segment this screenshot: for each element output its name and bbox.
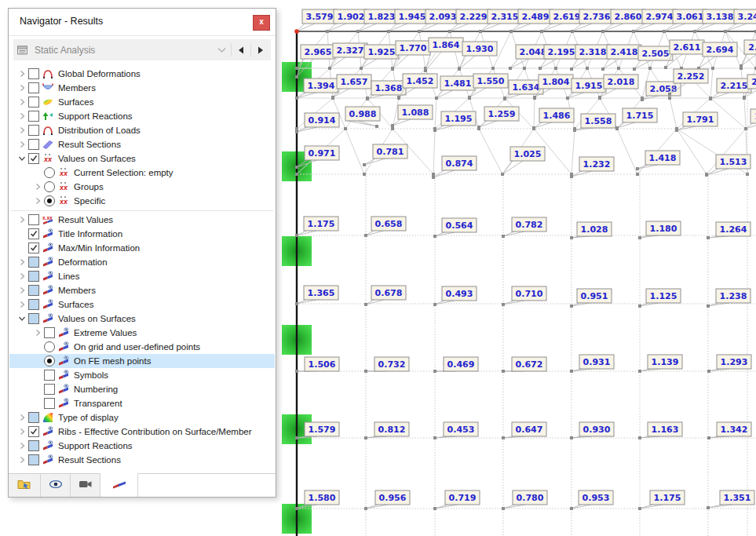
tree-item-global-deformations[interactable]: Global Deformations — [9, 67, 275, 81]
tree-item-label: Max/Min Information — [58, 243, 140, 253]
fe-node-dot — [601, 30, 604, 33]
checkbox-unchecked[interactable] — [28, 82, 39, 93]
navigator-tab-visibility-eye[interactable] — [41, 473, 71, 497]
close-button[interactable]: x — [253, 15, 270, 31]
tree-item-distribution-of-loads[interactable]: Distribution of Loads — [9, 123, 275, 137]
checkbox-unchecked[interactable] — [28, 68, 39, 79]
tree-item-type-of-display[interactable]: Type of display — [9, 410, 275, 425]
checkbox-unchecked[interactable] — [28, 97, 39, 108]
checkbox-unchecked[interactable] — [28, 111, 39, 122]
collapse-arrow-icon[interactable] — [15, 153, 28, 164]
expand-arrow-icon[interactable] — [31, 181, 44, 192]
checkbox-unchecked[interactable] — [28, 125, 39, 136]
radio-button-off[interactable] — [44, 341, 55, 352]
expand-arrow-icon[interactable] — [15, 285, 28, 296]
checkbox-unchecked[interactable] — [28, 139, 39, 150]
expand-arrow-icon[interactable] — [15, 299, 28, 310]
tree-item-transparent[interactable]: Transparent — [9, 396, 275, 410]
chevron-down-icon[interactable] — [214, 42, 228, 58]
previous-case-button[interactable] — [234, 42, 248, 58]
checkbox-partial[interactable] — [28, 440, 39, 451]
panel-titlebar[interactable]: Navigator - Results x — [9, 9, 276, 36]
tree-item-extreme-values[interactable]: Extreme Values — [9, 326, 275, 340]
tree-item-lines[interactable]: Lines — [9, 269, 275, 283]
tree-item-surfaces[interactable]: Surfaces — [9, 297, 275, 312]
radio-button-off[interactable] — [44, 167, 55, 178]
checkbox-partial[interactable] — [28, 271, 39, 282]
expand-arrow-icon[interactable] — [15, 426, 28, 437]
tree-item-members[interactable]: Members — [9, 283, 275, 297]
mesh-value-label: 0.914 — [309, 115, 336, 126]
tree-item-on-grid-and-user-defined-points[interactable]: On grid and user-defined points — [9, 340, 275, 354]
radio-button-off[interactable] — [44, 181, 55, 192]
checkbox-unchecked[interactable] — [44, 327, 55, 338]
navigator-tab-panel-manager[interactable] — [9, 473, 41, 497]
mesh-value-label: 1.088 — [402, 108, 429, 118]
tree-item-max-min-information[interactable]: Max/Min Information — [9, 241, 275, 255]
expand-arrow-icon[interactable] — [15, 271, 28, 282]
expand-arrow-icon[interactable] — [15, 454, 28, 465]
radio-button-on[interactable] — [44, 195, 55, 206]
tree-item-support-reactions[interactable]: Support Reactions — [9, 439, 275, 453]
checkbox-partial[interactable] — [28, 299, 39, 310]
expand-arrow-icon[interactable] — [15, 214, 28, 225]
tree-item-on-fe-mesh-points[interactable]: On FE mesh points — [9, 354, 275, 368]
tree-item-title-information[interactable]: Title Information — [9, 227, 275, 241]
value-leader-line — [436, 90, 453, 98]
checkbox-checked[interactable] — [28, 242, 39, 253]
expand-arrow-icon[interactable] — [15, 125, 28, 136]
tree-item-surfaces[interactable]: Surfaces — [9, 95, 275, 109]
tree-item-symbols[interactable]: Symbols — [9, 368, 275, 382]
mesh-value-label: 0.951 — [581, 291, 608, 301]
expand-arrow-icon[interactable] — [31, 327, 44, 338]
expand-arrow-icon[interactable] — [15, 139, 28, 150]
checkbox-partial[interactable] — [28, 313, 39, 324]
checkbox-checked[interactable] — [28, 153, 39, 164]
tree-item-groups[interactable]: xxGroups — [9, 180, 275, 194]
result-case-selector[interactable]: Static Analysis — [13, 39, 271, 60]
tree-item-ribs-effective-contribution-on-surface-member[interactable]: Ribs - Effective Contribution on Surface… — [9, 425, 275, 439]
fe-node-dot — [397, 96, 400, 99]
next-case-button[interactable] — [254, 42, 268, 58]
mesh-value-label: 1.238 — [720, 291, 747, 301]
navigator-results-panel: Navigator - Results x Static Analysis Gl… — [8, 8, 276, 498]
checkbox-partial[interactable] — [28, 454, 39, 465]
expand-arrow-icon[interactable] — [15, 257, 28, 268]
fe-node-dot — [707, 436, 710, 439]
tree-item-current-selection-empty[interactable]: xxCurrent Selection: empty — [9, 166, 275, 180]
tree-item-numbering[interactable]: Numbering — [9, 382, 275, 396]
navigator-tab-camera[interactable] — [71, 473, 100, 497]
checkbox-checked[interactable] — [28, 228, 39, 239]
navigator-tab-results-diagram[interactable] — [100, 473, 138, 497]
tree-item-values-on-surfaces[interactable]: Values on Surfaces — [9, 312, 275, 326]
tree-item-support-reactions[interactable]: Support Reactions — [9, 109, 275, 123]
expand-arrow-icon[interactable] — [15, 68, 28, 79]
tree-item-result-sections[interactable]: Result Sections — [9, 137, 275, 151]
checkbox-unchecked[interactable] — [44, 384, 55, 395]
checkbox-partial[interactable] — [28, 412, 39, 423]
fe-node-dot — [477, 126, 480, 129]
expand-arrow-icon[interactable] — [15, 111, 28, 122]
expand-arrow-icon[interactable] — [15, 82, 28, 93]
checkbox-checked[interactable] — [28, 426, 39, 437]
fe-node-dot — [638, 236, 641, 239]
expand-arrow-icon[interactable] — [15, 440, 28, 451]
checkbox-unchecked[interactable] — [28, 214, 39, 225]
collapse-arrow-icon[interactable] — [15, 313, 28, 324]
checkbox-unchecked[interactable] — [44, 398, 55, 409]
tree-item-result-values[interactable]: x.xxResult Values — [9, 213, 275, 227]
expand-arrow-icon[interactable] — [15, 97, 28, 108]
checkbox-partial[interactable] — [28, 285, 39, 296]
mesh-value-label: 2.195 — [548, 47, 575, 57]
radio-button-on[interactable] — [44, 356, 55, 366]
checkbox-partial[interactable] — [28, 257, 39, 268]
expand-arrow-icon[interactable] — [31, 195, 44, 206]
tree-item-deformation[interactable]: Deformation — [9, 255, 275, 269]
fe-node-dot — [707, 506, 710, 509]
expand-arrow-icon[interactable] — [15, 412, 28, 423]
tree-item-values-on-surfaces[interactable]: xxValues on Surfaces — [9, 151, 275, 166]
tree-item-specific[interactable]: xxSpecific — [9, 194, 275, 208]
tree-item-members[interactable]: Members — [9, 81, 275, 95]
tree-item-result-sections[interactable]: Result Sections — [9, 453, 275, 467]
checkbox-unchecked[interactable] — [44, 370, 55, 381]
